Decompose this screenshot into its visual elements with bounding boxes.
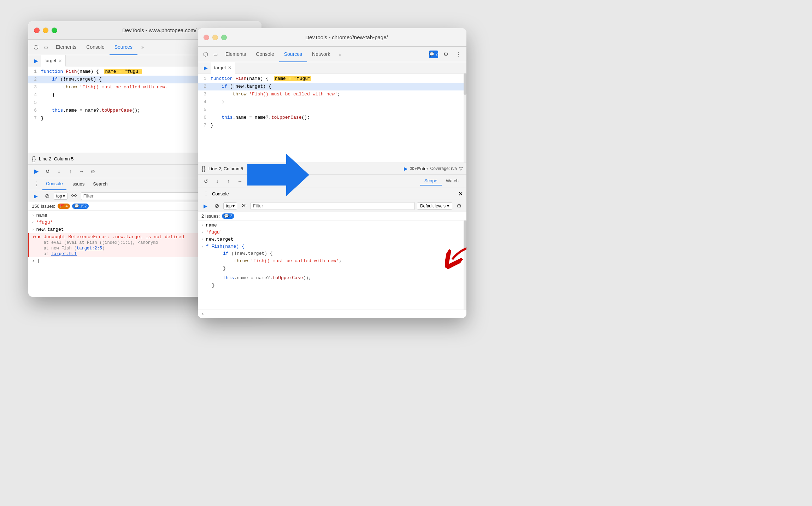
svg-marker-0 [247,154,309,196]
close-button-2[interactable] [204,35,209,40]
console-menu-icon-2[interactable]: ⋮ [201,189,211,199]
console-row-text-newtarget-2: new.target [206,237,234,242]
more-tabs-icon-1[interactable]: » [137,42,147,52]
debugger-bar-2: {} Line 2, Column 5 ▶ ⌘+Enter Coverage: … [198,163,466,175]
gear-icon-2[interactable]: ⚙ [441,49,451,59]
scope-tabs-2: Scope Watch [420,177,463,186]
source-tab-target-1[interactable]: target ✕ [41,55,66,66]
source-tab-close-1[interactable]: ✕ [58,58,62,63]
top-label-1: top [56,194,62,199]
minimize-button[interactable] [43,28,48,33]
default-levels-label-2: Default levels [420,204,446,208]
error-stack-1: at eval (eval at Fish ((index):1:1), <an… [38,240,184,245]
clear-console-btn-2[interactable]: ▶ [201,201,210,211]
tab-elements-2[interactable]: Elements [220,47,251,62]
more-tabs-icon-2[interactable]: » [335,49,345,59]
cursor-icon-2[interactable]: ⬡ [201,49,211,59]
tab-elements-1[interactable]: Elements [51,40,81,55]
issues-tab-1[interactable]: Issues [68,178,88,190]
minimize-button-2[interactable] [212,35,218,40]
tab-sources-2[interactable]: Sources [279,47,307,62]
scope-tab-2[interactable]: Scope [420,177,442,186]
code-scrollbar-2[interactable] [464,73,466,163]
console-menu-icon-1[interactable]: ⋮ [32,180,41,189]
error-stack-3: at target:9:1 [38,252,184,257]
step-btn-2[interactable]: → [235,177,245,186]
resume-icon-1[interactable]: ▶ [31,56,41,66]
watch-tab-2[interactable]: Watch [442,177,463,186]
maximize-button-2[interactable] [221,35,227,40]
console-row-name-2: › name [198,222,466,229]
source-tab-target-2[interactable]: target ✕ [211,62,235,73]
more-icon-2[interactable]: ⋮ [454,49,464,59]
top-chevron-2: ▾ [233,204,235,208]
error-main-1: ▶ Uncaught ReferenceError: .new.target i… [38,234,184,240]
default-levels-btn-2[interactable]: Default levels ▾ [417,202,452,210]
code-line-w2-7: 7 } [198,122,466,129]
console-row-text-fish-2: f Fish(name) { [206,244,245,249]
close-button[interactable] [34,28,40,33]
blue-arrow [247,152,311,199]
default-levels-chevron-2: ▾ [447,204,449,208]
filter-icon-2[interactable]: ▽ [459,166,463,171]
issues-count-text-2: 2 Issues: [201,213,220,219]
chat-badge-2: 💬 2 [429,51,438,58]
close-console-btn-2[interactable]: ✕ [458,190,463,197]
console-row-newtarget-2: › new.target [198,236,466,243]
source-tab-bar-2: ▶ target ✕ [198,62,466,73]
console-toolbar-2: ▶ ⊘ top ▾ 👁 Default levels ▾ ⚙ [198,200,466,212]
tab-console-2[interactable]: Console [251,47,279,62]
deactivate-btn-1[interactable]: ⊘ [88,167,98,176]
tab-console-1[interactable]: Console [81,40,109,55]
console-row-fish-2: ‹ f Fish(name) { [198,243,466,250]
step-over-btn-1[interactable]: ↺ [43,167,52,176]
code-line-w2-6: 6 this.name = name?.toUpperCase(); [198,114,466,122]
step-back-btn-2[interactable]: ↺ [201,177,211,186]
console-row-code-2: if (!new.target) { throw 'Fish() must be… [198,250,466,289]
error-icon-1: ⊘ [33,234,36,240]
gear-console-icon-2[interactable]: ⚙ [454,201,464,211]
code-area-2: 1 function Fish(name) { name = "fugu" 2 … [198,73,466,163]
step-into-btn-1[interactable]: ↓ [54,167,64,176]
maximize-button[interactable] [52,28,57,33]
step-out-btn-1[interactable]: ↑ [66,167,75,176]
console-cursor-1[interactable]: | [37,258,40,264]
eye-icon-1[interactable]: 👁 [70,192,79,201]
console-row-text-fugu-2: 'fugu' [206,230,223,235]
resume-debugger-btn-1[interactable]: ▶ [32,167,41,176]
source-tab-label-1: target [45,58,56,63]
step-btn-1[interactable]: → [77,167,86,176]
clear-console-btn-1[interactable]: ▶ [31,192,40,201]
error-stack-2: at new Fish (target:2:5) [38,246,184,251]
console-filter-input-2[interactable] [251,202,415,210]
cursor-icon[interactable]: ⬡ [31,42,41,52]
top-selector-1[interactable]: top ▾ [54,193,67,200]
code-line-w2-3: 3 throw 'Fish() must be called with new'… [198,90,466,98]
step-out-btn-2[interactable]: ↑ [224,177,233,186]
debugger-position-1: Line 2, Column 5 [39,156,73,161]
run-icon-2[interactable]: ▶ [404,166,408,171]
tab-network-2[interactable]: Network [307,47,335,62]
block-icon-2[interactable]: ⊘ [212,201,221,211]
top-selector-2[interactable]: top ▾ [223,202,237,210]
info-badge-1: 💬 152 [72,204,89,209]
tab-sources-1[interactable]: Sources [110,40,137,55]
block-icon-1[interactable]: ⊘ [42,192,52,201]
resume-icon-2[interactable]: ▶ [201,63,211,73]
device-icon[interactable]: ▭ [41,42,51,52]
console-row-text-name-1: name [36,213,47,218]
debugger-position-2: Line 2, Column 5 [208,166,243,171]
scrollbar-thumb-2[interactable] [464,73,466,95]
console-tab-1[interactable]: Console [42,178,66,190]
source-tab-close-2[interactable]: ✕ [228,65,231,70]
eye-icon-2[interactable]: 👁 [239,201,248,211]
traffic-lights-2 [204,35,227,40]
warning-badge-1: 🚩 4 [58,204,70,209]
device-icon-2[interactable]: ▭ [211,49,220,59]
console-row-text-name-2: name [206,223,217,228]
step-into-btn-2[interactable]: ↓ [213,177,222,186]
debugger-controls-2: ↺ ↓ ↑ → ⊘ Scope Watch [198,175,466,188]
search-tab-1[interactable]: Search [89,178,111,190]
source-tab-label-2: target [214,65,226,70]
curly-braces-icon-2: {} [201,165,206,172]
